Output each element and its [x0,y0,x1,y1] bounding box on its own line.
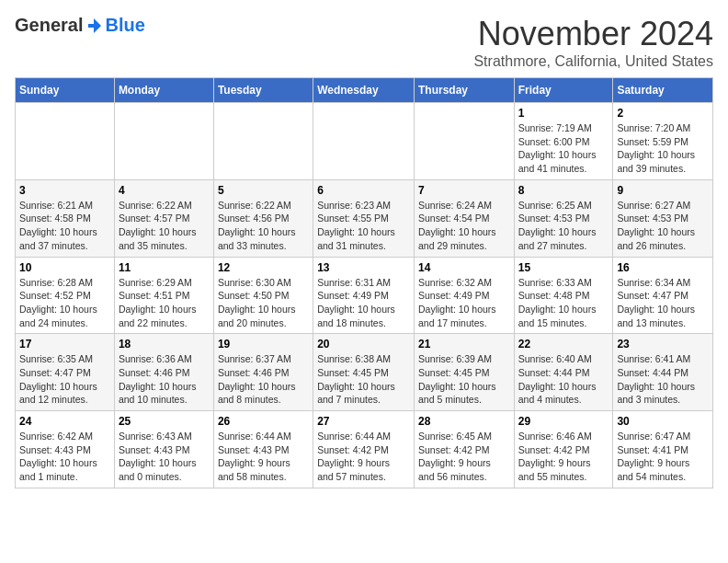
calendar-cell: 29Sunrise: 6:46 AM Sunset: 4:42 PM Dayli… [514,411,613,488]
day-number: 25 [119,415,210,428]
day-number: 10 [19,261,110,274]
day-number: 16 [617,261,709,274]
page-header: General Blue November 2024 Strathmore, C… [15,15,713,70]
calendar-cell [114,103,213,180]
calendar-cell: 27Sunrise: 6:44 AM Sunset: 4:42 PM Dayli… [313,411,415,488]
calendar-cell [16,103,115,180]
day-info: Sunrise: 6:28 AM Sunset: 4:52 PM Dayligh… [19,276,110,330]
title-block: November 2024 Strathmore, California, Un… [473,15,713,70]
day-info: Sunrise: 6:39 AM Sunset: 4:45 PM Dayligh… [418,352,510,407]
day-number: 19 [218,338,309,350]
calendar-cell: 5Sunrise: 6:22 AM Sunset: 4:56 PM Daylig… [213,179,313,257]
day-info: Sunrise: 6:46 AM Sunset: 4:42 PM Dayligh… [518,430,609,484]
calendar-cell: 19Sunrise: 6:37 AM Sunset: 4:46 PM Dayli… [213,334,313,411]
day-info: Sunrise: 6:41 AM Sunset: 4:44 PM Dayligh… [617,352,709,407]
logo: General Blue [15,15,145,36]
day-number: 6 [317,184,410,197]
calendar-cell: 8Sunrise: 6:25 AM Sunset: 4:53 PM Daylig… [514,179,613,257]
calendar-cell: 30Sunrise: 6:47 AM Sunset: 4:41 PM Dayli… [613,411,713,488]
calendar-cell [313,103,415,180]
calendar-cell: 2Sunrise: 7:20 AM Sunset: 5:59 PM Daylig… [613,103,713,180]
calendar-cell [213,103,313,180]
day-info: Sunrise: 6:24 AM Sunset: 4:54 PM Dayligh… [418,199,510,253]
day-info: Sunrise: 6:36 AM Sunset: 4:46 PM Dayligh… [119,352,210,407]
calendar-week-row: 10Sunrise: 6:28 AM Sunset: 4:52 PM Dayli… [16,257,713,334]
day-info: Sunrise: 6:21 AM Sunset: 4:58 PM Dayligh… [19,199,110,253]
logo-general-text: General [15,15,83,36]
day-number: 9 [617,184,709,197]
weekday-header-sunday: Sunday [16,78,115,103]
day-number: 17 [19,338,110,350]
day-info: Sunrise: 6:44 AM Sunset: 4:42 PM Dayligh… [317,430,410,484]
calendar-cell: 22Sunrise: 6:40 AM Sunset: 4:44 PM Dayli… [514,334,613,411]
calendar-table: SundayMondayTuesdayWednesdayThursdayFrid… [15,77,713,488]
day-number: 22 [518,338,609,350]
weekday-header-tuesday: Tuesday [213,78,313,103]
day-number: 14 [418,261,510,274]
location-subtitle: Strathmore, California, United States [473,53,713,70]
day-info: Sunrise: 6:22 AM Sunset: 4:56 PM Dayligh… [218,199,309,253]
day-info: Sunrise: 6:30 AM Sunset: 4:50 PM Dayligh… [218,276,309,330]
calendar-cell: 7Sunrise: 6:24 AM Sunset: 4:54 PM Daylig… [414,179,514,257]
day-number: 3 [19,184,110,197]
calendar-cell: 21Sunrise: 6:39 AM Sunset: 4:45 PM Dayli… [414,334,514,411]
calendar-cell: 15Sunrise: 6:33 AM Sunset: 4:48 PM Dayli… [514,257,613,334]
calendar-cell: 6Sunrise: 6:23 AM Sunset: 4:55 PM Daylig… [313,179,415,257]
day-info: Sunrise: 6:45 AM Sunset: 4:42 PM Dayligh… [418,430,510,484]
day-info: Sunrise: 6:27 AM Sunset: 4:53 PM Dayligh… [617,199,709,253]
day-number: 4 [119,184,210,197]
day-number: 30 [617,415,709,428]
weekday-header-friday: Friday [514,78,613,103]
day-number: 23 [617,338,709,350]
calendar-cell: 28Sunrise: 6:45 AM Sunset: 4:42 PM Dayli… [414,411,514,488]
calendar-week-row: 1Sunrise: 7:19 AM Sunset: 6:00 PM Daylig… [16,103,713,180]
day-number: 29 [518,415,609,428]
day-number: 15 [518,261,609,274]
day-number: 11 [119,261,210,274]
month-title: November 2024 [473,15,713,53]
weekday-header-wednesday: Wednesday [313,78,415,103]
logo-icon [85,17,103,35]
day-number: 21 [418,338,510,350]
day-number: 1 [518,107,609,120]
day-number: 13 [317,261,410,274]
weekday-header-saturday: Saturday [613,78,713,103]
calendar-cell: 3Sunrise: 6:21 AM Sunset: 4:58 PM Daylig… [16,179,115,257]
weekday-header-row: SundayMondayTuesdayWednesdayThursdayFrid… [16,78,713,103]
calendar-cell: 18Sunrise: 6:36 AM Sunset: 4:46 PM Dayli… [114,334,213,411]
calendar-cell: 24Sunrise: 6:42 AM Sunset: 4:43 PM Dayli… [16,411,115,488]
calendar-cell: 25Sunrise: 6:43 AM Sunset: 4:43 PM Dayli… [114,411,213,488]
day-info: Sunrise: 6:43 AM Sunset: 4:43 PM Dayligh… [119,430,210,484]
day-info: Sunrise: 6:42 AM Sunset: 4:43 PM Dayligh… [19,430,110,484]
day-info: Sunrise: 6:32 AM Sunset: 4:49 PM Dayligh… [418,276,510,330]
day-number: 12 [218,261,309,274]
calendar-week-row: 24Sunrise: 6:42 AM Sunset: 4:43 PM Dayli… [16,411,713,488]
calendar-cell: 4Sunrise: 6:22 AM Sunset: 4:57 PM Daylig… [114,179,213,257]
day-info: Sunrise: 6:33 AM Sunset: 4:48 PM Dayligh… [518,276,609,330]
weekday-header-thursday: Thursday [414,78,514,103]
day-info: Sunrise: 6:22 AM Sunset: 4:57 PM Dayligh… [119,199,210,253]
weekday-header-monday: Monday [114,78,213,103]
calendar-cell: 26Sunrise: 6:44 AM Sunset: 4:43 PM Dayli… [213,411,313,488]
day-info: Sunrise: 6:31 AM Sunset: 4:49 PM Dayligh… [317,276,410,330]
day-number: 20 [317,338,410,350]
day-info: Sunrise: 7:20 AM Sunset: 5:59 PM Dayligh… [617,121,709,176]
calendar-cell: 23Sunrise: 6:41 AM Sunset: 4:44 PM Dayli… [613,334,713,411]
day-info: Sunrise: 6:25 AM Sunset: 4:53 PM Dayligh… [518,199,609,253]
day-info: Sunrise: 6:47 AM Sunset: 4:41 PM Dayligh… [617,430,709,484]
calendar-week-row: 3Sunrise: 6:21 AM Sunset: 4:58 PM Daylig… [16,179,713,257]
day-info: Sunrise: 6:23 AM Sunset: 4:55 PM Dayligh… [317,199,410,253]
day-info: Sunrise: 6:44 AM Sunset: 4:43 PM Dayligh… [218,430,309,484]
calendar-cell: 11Sunrise: 6:29 AM Sunset: 4:51 PM Dayli… [114,257,213,334]
calendar-cell: 20Sunrise: 6:38 AM Sunset: 4:45 PM Dayli… [313,334,415,411]
day-number: 18 [119,338,210,350]
day-number: 2 [617,107,709,120]
calendar-cell: 12Sunrise: 6:30 AM Sunset: 4:50 PM Dayli… [213,257,313,334]
day-number: 7 [418,184,510,197]
day-number: 8 [518,184,609,197]
logo-blue-text: Blue [105,15,144,36]
day-info: Sunrise: 6:29 AM Sunset: 4:51 PM Dayligh… [119,276,210,330]
day-number: 27 [317,415,410,428]
calendar-cell: 13Sunrise: 6:31 AM Sunset: 4:49 PM Dayli… [313,257,415,334]
calendar-week-row: 17Sunrise: 6:35 AM Sunset: 4:47 PM Dayli… [16,334,713,411]
